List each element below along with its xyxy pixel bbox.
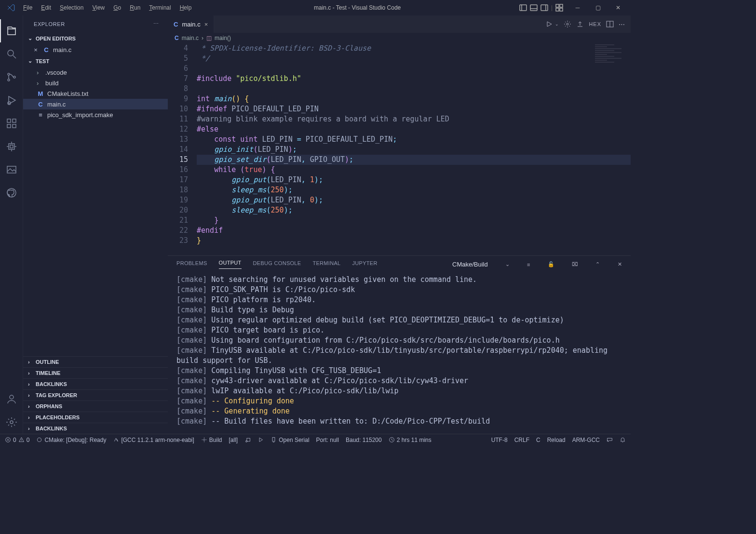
folder-item[interactable]: ›.vscode <box>23 67 168 78</box>
layout-controls: | <box>519 4 563 12</box>
svg-rect-22 <box>10 145 13 148</box>
run-dropdown-icon[interactable]: ⌄ <box>555 22 559 27</box>
lock-icon[interactable]: 🔓 <box>548 261 554 267</box>
svg-rect-41 <box>247 438 250 441</box>
feedback-icon[interactable] <box>607 437 613 443</box>
panel-tabs: PROBLEMSOUTPUTDEBUG CONSOLETERMINALJUPYT… <box>168 256 631 273</box>
eol-status[interactable]: CRLF <box>514 437 529 443</box>
workspace-section[interactable]: ⌄ TEST <box>23 55 168 67</box>
sidebar-more-icon[interactable]: ⋯ <box>153 21 159 27</box>
explorer-tab[interactable] <box>0 19 23 42</box>
upload-icon[interactable] <box>576 20 584 28</box>
breadcrumb-symbol[interactable]: main() <box>215 35 231 41</box>
menu-help[interactable]: Help <box>176 2 196 13</box>
minimap[interactable] <box>592 43 631 101</box>
breadcrumb-file[interactable]: main.c <box>182 35 199 41</box>
minimize-button[interactable]: ─ <box>568 0 587 15</box>
close-icon[interactable]: × <box>32 46 40 53</box>
file-item[interactable]: ≡pico_sdk_import.cmake <box>23 109 168 120</box>
open-editors-section[interactable]: ⌄ OPEN EDITORS <box>23 32 168 44</box>
code-editor[interactable]: 4567891011121314151617181920212223 * SPD… <box>168 43 631 255</box>
menu-run[interactable]: Run <box>126 2 144 13</box>
github-icon[interactable] <box>0 181 23 204</box>
cpu-icon[interactable] <box>0 135 23 158</box>
reload-button[interactable]: Reload <box>547 437 566 443</box>
output-source-select[interactable]: CMake/Build <box>452 261 488 268</box>
list-icon[interactable]: ≡ <box>527 262 530 267</box>
panel-tab-jupyter[interactable]: JUPYTER <box>352 260 377 269</box>
chevron-right-icon: › <box>28 370 34 376</box>
section-timeline[interactable]: ›TIMELINE <box>23 367 168 378</box>
image-icon[interactable] <box>0 158 23 181</box>
svg-rect-8 <box>556 8 559 11</box>
clear-icon[interactable]: ⌧ <box>572 261 578 267</box>
time-status[interactable]: 2 hrs 11 mins <box>389 437 432 443</box>
editor-actions: ⌄ HEX ⋯ <box>540 15 631 33</box>
menu-terminal[interactable]: Terminal <box>145 2 175 13</box>
target-status[interactable]: [all] <box>229 437 238 443</box>
chevron-right-icon: › <box>37 80 42 87</box>
panel-tab-terminal[interactable]: TERMINAL <box>312 260 340 269</box>
tab-main-c[interactable]: C main.c × <box>168 15 214 33</box>
run-launch[interactable] <box>257 437 264 443</box>
menu-file[interactable]: File <box>19 2 36 13</box>
debug-tab[interactable] <box>0 89 23 112</box>
maximize-button[interactable]: ▢ <box>588 0 608 15</box>
folder-item[interactable]: ›build <box>23 78 168 88</box>
extensions-tab[interactable] <box>0 112 23 135</box>
menu-edit[interactable]: Edit <box>37 2 55 13</box>
port-status[interactable]: Port: null <box>316 437 339 443</box>
baud-status[interactable]: Baud: 115200 <box>346 437 382 443</box>
panel-left-icon[interactable] <box>519 4 527 12</box>
breadcrumb[interactable]: C main.c › ◫ main() <box>168 33 631 43</box>
account-icon[interactable] <box>0 387 23 411</box>
close-icon[interactable]: × <box>204 21 208 28</box>
more-icon[interactable]: ⋯ <box>619 21 625 28</box>
panel-tab-debug-console[interactable]: DEBUG CONSOLE <box>253 260 301 269</box>
chevron-right-icon: › <box>28 359 34 365</box>
file-item[interactable]: Cmain.c <box>23 99 168 109</box>
section-backlinks[interactable]: ›BACKLINKS <box>23 378 168 389</box>
panel-right-icon[interactable] <box>540 4 548 12</box>
open-editor-item[interactable]: × C main.c <box>23 44 168 55</box>
debug-launch[interactable] <box>244 437 251 443</box>
close-icon[interactable]: ✕ <box>618 261 622 267</box>
menu-view[interactable]: View <box>88 2 108 13</box>
cmake-status[interactable]: CMake: [Debug]: Ready <box>36 437 106 443</box>
open-serial[interactable]: Open Serial <box>270 437 309 443</box>
encoding-status[interactable]: UTF-8 <box>491 437 508 443</box>
section-outline[interactable]: ›OUTLINE <box>23 356 168 367</box>
section-backlinks[interactable]: ›BACKLINKS <box>23 423 168 434</box>
menu-selection[interactable]: Selection <box>56 2 87 13</box>
chevron-up-icon[interactable]: ⌃ <box>595 261 600 267</box>
menu-bar: FileEditSelectionViewGoRunTerminalHelp <box>19 2 195 13</box>
split-icon[interactable] <box>606 20 614 28</box>
kit-status[interactable]: [GCC 11.2.1 arm-none-eabi] <box>113 437 194 443</box>
lang-status[interactable]: C <box>536 437 540 443</box>
svg-rect-44 <box>272 438 275 441</box>
problems-status[interactable]: 0 0 <box>5 437 29 443</box>
panel-tab-output[interactable]: OUTPUT <box>219 260 242 269</box>
section-tag-explorer[interactable]: ›TAG EXPLORER <box>23 389 168 400</box>
run-icon[interactable] <box>545 20 553 28</box>
scm-tab[interactable] <box>0 66 23 89</box>
section-placeholders[interactable]: ›PLACEHOLDERS <box>23 412 168 423</box>
svg-point-40 <box>203 439 205 441</box>
close-button[interactable]: ✕ <box>608 0 628 15</box>
panel-bottom-icon[interactable] <box>530 4 538 12</box>
output-body[interactable]: [cmake] Not searching for unused variabl… <box>168 273 631 434</box>
build-button[interactable]: Build <box>201 437 222 443</box>
sdk-status[interactable]: ARM-GCC <box>572 437 600 443</box>
gear-icon[interactable] <box>564 20 571 28</box>
chevron-down-icon[interactable]: ⌄ <box>505 261 510 267</box>
customize-layout-icon[interactable] <box>555 4 563 12</box>
section-orphans[interactable]: ›ORPHANS <box>23 400 168 412</box>
hex-button[interactable]: HEX <box>589 21 601 27</box>
panel-tab-problems[interactable]: PROBLEMS <box>176 260 207 269</box>
svg-point-39 <box>38 438 41 441</box>
bell-icon[interactable] <box>620 437 626 443</box>
file-item[interactable]: MCMakeLists.txt <box>23 88 168 99</box>
settings-icon[interactable] <box>0 411 23 434</box>
search-tab[interactable] <box>0 42 23 66</box>
menu-go[interactable]: Go <box>109 2 125 13</box>
